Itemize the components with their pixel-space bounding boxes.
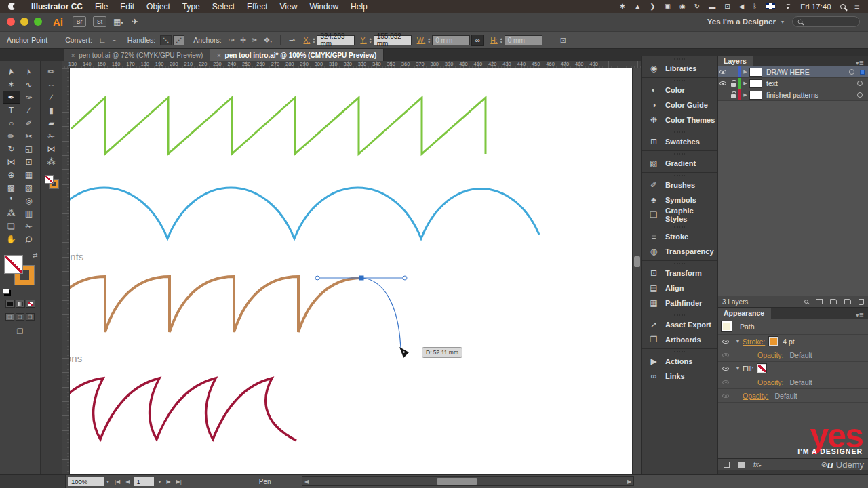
stock-button[interactable]: St [93, 16, 106, 27]
slice-tool[interactable]: ✁ [20, 220, 38, 232]
draw-inside-button[interactable]: ❐ [26, 313, 35, 321]
menu-effect[interactable]: Effect [241, 2, 273, 12]
appearance-row-opacity[interactable]: Opacity: Default [718, 389, 868, 403]
symbol-tool[interactable]: ⁂ [43, 155, 60, 168]
show-handles-button[interactable]: ⋰ [173, 35, 184, 45]
line-segment-tool[interactable]: ∕ [20, 104, 38, 117]
shape-builder-tool[interactable]: ⊕ [3, 168, 20, 181]
bluetooth-icon[interactable]: ᛒ [753, 3, 757, 10]
y-field[interactable]: 155.032 mm [374, 35, 412, 45]
scale-tool[interactable]: ◱ [20, 142, 38, 155]
lock-toggle[interactable] [728, 89, 738, 100]
workspace-chevron-icon[interactable]: ▾ [781, 19, 784, 25]
close-tab-icon[interactable]: × [217, 52, 220, 59]
lock-toggle[interactable] [728, 66, 738, 77]
appearance-row-opacity[interactable]: Opacity: Default [718, 375, 868, 389]
color-mode-button[interactable] [5, 300, 15, 308]
panel-menu-icon[interactable]: ▾≣ [856, 312, 868, 319]
locate-object-icon[interactable] [804, 300, 808, 304]
orange-swatch[interactable] [769, 337, 778, 346]
target-circle-icon[interactable] [857, 81, 863, 86]
group-gripper[interactable] [642, 312, 717, 317]
target-circle-icon[interactable] [857, 92, 863, 98]
eyedropper-tool[interactable]: ❜ [3, 194, 20, 207]
x-stepper[interactable]: ▲▼ [312, 37, 315, 43]
width-point-tool[interactable]: ⋈ [43, 142, 60, 155]
direct-selection-tool[interactable]: ➢ [20, 65, 38, 78]
app-search-box[interactable] [792, 16, 860, 27]
panel-button-asset-export[interactable]: ↗Asset Export [642, 317, 717, 332]
panel-button-swatches[interactable]: ⊞Swatches [642, 134, 717, 149]
creative-cloud-icon[interactable]: ◉ [679, 3, 686, 10]
layer-row[interactable]: ▶DRAW HERE [718, 66, 868, 78]
scissors-tool[interactable]: ✂ [20, 129, 38, 142]
group-gripper[interactable] [642, 261, 717, 266]
expand-layer-icon[interactable]: ▶ [741, 81, 749, 86]
add-new-stroke-icon[interactable] [724, 462, 730, 468]
group-gripper[interactable] [642, 129, 717, 134]
visibility-toggle[interactable] [718, 66, 728, 77]
panel-button-symbols[interactable]: ♣Symbols [642, 192, 717, 207]
pen-cursor-hole[interactable] [403, 351, 405, 353]
opacity-label[interactable]: Opacity: [743, 392, 769, 400]
scroll-right-icon[interactable]: ▶ [625, 479, 633, 485]
panel-button-gradient[interactable]: ▧Gradient [642, 156, 717, 171]
eraser-tool[interactable]: ▰ [43, 117, 60, 129]
gradient-tool[interactable]: ▧ [20, 181, 38, 194]
vertical-scrollbar[interactable] [632, 68, 641, 474]
uk-flag-icon[interactable] [766, 3, 775, 9]
knife-tool[interactable]: ✁ [43, 129, 60, 142]
panel-button-transform[interactable]: ⊡Transform [642, 266, 717, 281]
menu-edit[interactable]: Edit [114, 2, 140, 12]
free-transform-icon[interactable]: ⊡ [560, 36, 566, 45]
mesh-tool[interactable]: ▩ [3, 181, 20, 194]
draw-normal-button[interactable]: ❏ [5, 313, 14, 321]
expand-layer-icon[interactable]: ▶ [741, 69, 749, 75]
parallels-icon[interactable]: ↻ [694, 3, 700, 10]
spotlight-search-icon[interactable] [840, 4, 846, 9]
graph-tool[interactable]: ▥ [20, 207, 38, 220]
lasso-tool[interactable]: ∿ [20, 78, 38, 91]
perspective-grid-tool[interactable]: ▦ [20, 168, 38, 181]
menu-view[interactable]: View [274, 2, 304, 12]
attribute-label[interactable]: Fill: [743, 365, 753, 373]
magic-wand-tool[interactable]: ✶ [3, 78, 20, 91]
x-field[interactable]: 324.203 mm [317, 35, 355, 45]
pen-tool[interactable]: ✒ [3, 91, 20, 104]
y-stepper[interactable]: ▲▼ [369, 37, 372, 43]
visibility-toggle[interactable] [718, 353, 733, 357]
group-gripper[interactable] [642, 349, 717, 354]
zoom-tool[interactable]: Ϙ [20, 232, 38, 245]
target-circle-icon[interactable] [849, 69, 854, 75]
layer-row[interactable]: ▶finished patterns [718, 89, 868, 101]
wifi-icon[interactable] [784, 4, 791, 9]
visibility-toggle[interactable] [718, 380, 733, 384]
notification-center-icon[interactable]: ≣ [854, 3, 860, 10]
expand-layer-icon[interactable]: ▶ [741, 92, 749, 98]
none-mode-button[interactable] [26, 300, 35, 308]
paintbrush-tool[interactable]: ✐ [20, 117, 38, 129]
appearance-row-opacity[interactable]: Opacity: Default [718, 348, 868, 362]
shaper-tool[interactable]: ✏ [3, 129, 20, 142]
artboard-dropdown-icon[interactable]: ▾ [155, 479, 163, 485]
chevron-icon[interactable]: ❯ [650, 3, 655, 10]
panel-button-color-guide[interactable]: ◑Color Guide [642, 98, 717, 113]
visibility-toggle[interactable] [718, 89, 728, 100]
volume-icon[interactable]: ◀ [739, 3, 745, 10]
panel-button-transparency[interactable]: ◍Transparency [642, 244, 717, 259]
menu-file[interactable]: File [89, 2, 114, 12]
visibility-toggle[interactable] [718, 78, 728, 89]
layer-thumbnail[interactable] [749, 68, 762, 77]
appearance-row-path[interactable]: Path [718, 319, 868, 335]
constrain-proportions-button[interactable]: ∞ [471, 35, 484, 46]
opacity-label[interactable]: Opacity: [757, 378, 784, 386]
panel-button-align[interactable]: ▤Align [642, 281, 717, 296]
remove-anchor-icon[interactable]: ✛ [240, 36, 246, 45]
blob-brush-tool[interactable]: ▮ [43, 104, 60, 117]
layer-thumbnail[interactable] [749, 79, 762, 88]
workspace-switcher[interactable]: Yes I'm a Designer [707, 18, 776, 26]
document-tab[interactable]: ×pen tool intro.ai* @ 100% (CMYK/GPU Pre… [210, 49, 384, 61]
arrange-documents-icon[interactable]: ▦▾ [113, 17, 123, 26]
claw-pattern[interactable] [70, 378, 296, 441]
panel-menu-icon[interactable]: ▾≣ [856, 60, 868, 66]
